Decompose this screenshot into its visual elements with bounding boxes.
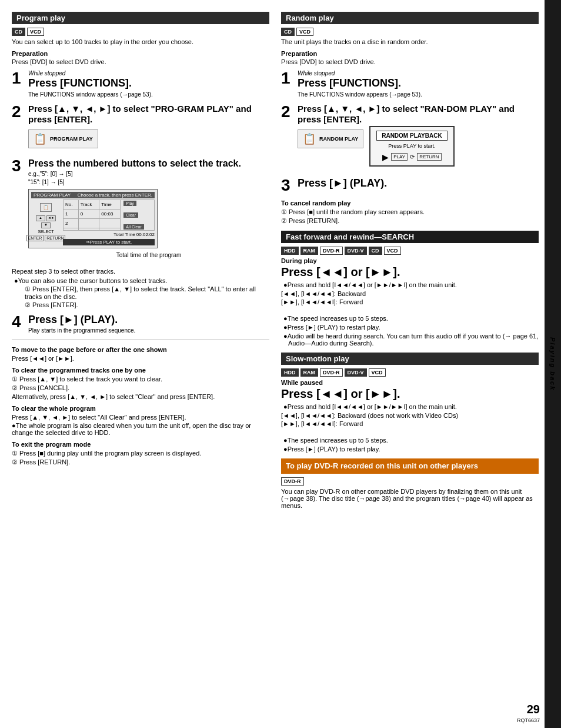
return-btn-label: RETURN: [417, 153, 441, 161]
clear-whole-title: To clear the whole program: [12, 405, 269, 412]
clear-tip-sub2: ② Press [CANCEL].: [12, 384, 269, 392]
r-step1-substep: While stopped: [298, 70, 539, 77]
program-play-header: Program play: [12, 12, 269, 24]
move-tip-title: To move to the page before or after the …: [12, 346, 269, 353]
ff-key1: [◄◄], [I◄◄/◄◄]: Backward: [281, 290, 539, 297]
program-play-badges: CD VCD: [12, 28, 269, 36]
step4-note: Play starts in the programmed sequence.: [28, 327, 269, 334]
move-tip: To move to the page before or after the …: [12, 346, 269, 362]
badge-dvdr: DVD-R: [320, 247, 343, 255]
badge-ram: RAM: [300, 247, 319, 255]
program-play-intro: You can select up to 100 tracks to play …: [12, 38, 269, 45]
step3-example2: "15": [1] → [5]: [28, 179, 269, 185]
also-sub1: ① Press [ENTER], then press [▲, ▼] to se…: [12, 285, 269, 300]
sm-while-paused: While paused: [281, 379, 539, 386]
random-screen: RANDOM PLAYBACK Press PLAY to start. ▶ P…: [369, 126, 454, 167]
r-step3-content: Press [►] (PLAY).: [298, 177, 539, 191]
also1: ●You can also use the cursor buttons to …: [12, 277, 269, 284]
sm-tip2: ●Press [►] (PLAY) to restart play.: [281, 446, 539, 453]
r-step2-content: Press [▲, ▼, ◄, ►] to select "RAN-DOM PL…: [298, 104, 539, 171]
random-play-intro: The unit plays the tracks on a disc in r…: [281, 38, 539, 45]
step1-main: Press [FUNCTIONS].: [28, 77, 269, 90]
r-step3-number: 3: [281, 177, 293, 194]
fast-forward-section: Fast forward and rewind—SEARCH HDD RAM D…: [281, 231, 539, 347]
step1-content: While stopped Press [FUNCTIONS]. The FUN…: [28, 70, 269, 98]
badge-cd-r: CD: [281, 28, 295, 36]
random-play-prep-label: Preparation: [281, 50, 539, 57]
also-sub2: ② Press [ENTER].: [12, 301, 269, 309]
fast-forward-header: Fast forward and rewind—SEARCH: [281, 231, 539, 243]
program-play-image-icon: 📋: [34, 132, 46, 145]
right-column: Random play CD VCD The unit plays the tr…: [281, 12, 539, 716]
cancel-tip-title: To cancel random play: [281, 200, 539, 207]
random-screen-text: Press PLAY to start.: [388, 143, 435, 149]
random-screen-title: RANDOM PLAYBACK: [376, 131, 447, 141]
main-content: Program play CD VCD You can select up to…: [0, 0, 545, 728]
program-play-step3: 3 Press the numbered buttons to select t…: [12, 158, 269, 262]
ff-key2: [►►], [I◄◄/◄◄I]: Forward: [281, 298, 539, 305]
random-play-section: Random play CD VCD The unit plays the tr…: [281, 12, 539, 225]
step3-example1: e.g.,"5": [0] → [5]: [28, 171, 269, 177]
badge-dvdr-sm: DVD-R: [320, 368, 343, 377]
program-play-step2: 2 Press [▲, ▼, ◄, ►] to select "PRO-GRAM…: [12, 104, 269, 152]
random-play-image-box: 📋 RANDOM PLAY: [298, 129, 363, 148]
step3-content: Press the numbered buttons to select the…: [28, 158, 269, 262]
cancel-random-tip: To cancel random play ① Press [■] until …: [281, 200, 539, 225]
clear-tip-sub3: Alternatively, press [▲, ▼, ◄, ►] to sel…: [12, 393, 269, 400]
ff-tip1: ●The speed increases up to 5 steps.: [281, 315, 539, 322]
step2-content: Press [▲, ▼, ◄, ►] to select "PRO-GRAM P…: [28, 104, 269, 152]
ff-during-play: During play: [281, 257, 539, 264]
step1-note: The FUNCTIONS window appears (→page 53).: [28, 91, 269, 98]
sm-badges: HDD RAM DVD-R DVD-V VCD: [281, 368, 539, 377]
dvdr-badge-row: DVD-R: [281, 477, 539, 486]
ff-badges: HDD RAM DVD-R DVD-V CD VCD: [281, 247, 539, 255]
play-btn-label: PLAY: [391, 153, 408, 161]
sm-note1: ●Press and hold [I◄◄/◄◄] or [►►/►►I] on …: [281, 403, 539, 410]
step4-number: 4: [12, 314, 24, 330]
step3-main: Press the numbered buttons to select the…: [28, 158, 269, 169]
random-play-badges: CD VCD: [281, 28, 539, 36]
exit-tip-sub1: ① Press [■] during play until the progra…: [12, 450, 269, 457]
step3-caption: Total time of the program: [28, 252, 269, 258]
r-step1-note: The FUNCTIONS window appears (→page 53).: [298, 91, 539, 98]
badge-vcd-sm: VCD: [369, 368, 386, 377]
side-tab: Playing back: [545, 0, 561, 728]
clear-tip: To clear the programmed tracks one by on…: [12, 367, 269, 400]
clear-tip-sub1: ① Press [▲, ▼] to select the track you w…: [12, 375, 269, 383]
r-step1-content: While stopped Press [FUNCTIONS]. The FUN…: [298, 70, 539, 98]
ps-header: PROGRAM PLAY Choose a track, then press …: [31, 192, 155, 198]
ff-note1: ●Press and hold [I◄◄/◄◄] or [►►/►►I] on …: [281, 281, 539, 288]
move-tip-text: Press [◄◄] or [►►].: [12, 355, 269, 362]
sm-key1: [◄◄], [I◄◄/◄◄]: Backward (does not work …: [281, 412, 539, 419]
dvdr-header: To play DVD-R recorded on this unit on o…: [281, 458, 539, 474]
badge-dvdr-main: DVD-R: [281, 477, 304, 486]
cancel-tip-sub1: ① Press [■] until the random play screen…: [281, 208, 539, 216]
random-play-header: Random play: [281, 12, 539, 24]
badge-vcd: VCD: [27, 28, 44, 36]
cancel-tip-sub2: ② Press [RETURN].: [281, 217, 539, 225]
program-play-image-box: 📋 PROGRAM PLAY: [28, 129, 98, 148]
clear-whole-text1: Press [▲, ▼, ◄, ►] to select "All Clear"…: [12, 414, 269, 421]
program-screen: PROGRAM PLAY Choose a track, then press …: [28, 189, 158, 248]
badge-cd-ff: CD: [369, 247, 382, 255]
program-play-prep-label: Preparation: [12, 50, 269, 57]
ff-tip3: ●Audio will be heard during search. You …: [281, 333, 539, 347]
left-column: Program play CD VCD You can select up to…: [12, 12, 269, 716]
badge-cd: CD: [12, 28, 25, 36]
random-play-image-icon: 📋: [303, 132, 316, 145]
ff-tip2: ●Press [►] (PLAY) to restart play.: [281, 324, 539, 331]
ps-table: No.TrackTime PlayClearAll Clear 1000:03 …: [63, 200, 155, 231]
random-play-prep-text: Press [DVD] to select DVD drive.: [281, 58, 539, 65]
random-play-step1: 1 While stopped Press [FUNCTIONS]. The F…: [281, 70, 539, 98]
slow-motion-header: Slow-motion play: [281, 353, 539, 365]
badge-dvdv-sm: DVD-V: [345, 368, 367, 377]
clear-tip-title: To clear the programmed tracks one by on…: [12, 367, 269, 374]
program-play-step4: 4 Press [►] (PLAY). Play starts in the p…: [12, 314, 269, 334]
step4-content: Press [►] (PLAY). Play starts in the pro…: [28, 314, 269, 334]
r-step3-main: Press [►] (PLAY).: [298, 177, 539, 190]
clear-whole-tip: To clear the whole program Press [▲, ▼, …: [12, 405, 269, 436]
random-screen-btns: ▶ PLAY ⟳ RETURN: [382, 152, 441, 162]
ps-footer: ⇒Press PLAY to start.: [63, 239, 155, 245]
r-step1-main: Press [FUNCTIONS].: [298, 77, 539, 90]
random-play-step2: 2 Press [▲, ▼, ◄, ►] to select "RAN-DOM …: [281, 104, 539, 171]
